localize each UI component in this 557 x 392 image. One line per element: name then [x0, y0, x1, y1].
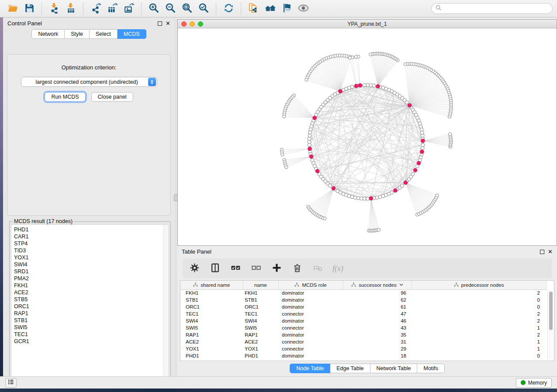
network-graph[interactable]: [178, 28, 557, 245]
mcds-result-item[interactable]: TID3: [14, 247, 163, 254]
cell-predecessor-nodes: 2: [412, 331, 546, 338]
zoom-out-icon: [165, 3, 176, 15]
mcds-result-item[interactable]: STB1: [14, 317, 163, 324]
table-scrollbar[interactable]: [547, 290, 553, 360]
result-list-scrollbar[interactable]: [163, 225, 169, 381]
settings-gear-button[interactable]: [189, 263, 200, 274]
mcds-result-item[interactable]: SRD1: [14, 268, 163, 275]
cell-shared-name: RAP1: [180, 331, 243, 338]
cell-name: RAP1: [243, 331, 278, 338]
new-network-from-selection-button[interactable]: [245, 2, 262, 16]
table-row[interactable]: PHD1PHD1dominator180: [180, 352, 546, 359]
float-window-icon[interactable]: [540, 250, 544, 254]
add-column-button[interactable]: [271, 263, 282, 274]
column-header-shared-name[interactable]: shared name: [180, 281, 243, 289]
scrollbar-thumb[interactable]: [549, 292, 553, 330]
mcds-result-item[interactable]: SWI5: [14, 324, 163, 331]
export-table-button[interactable]: [104, 2, 121, 16]
zoom-in-button[interactable]: [145, 2, 162, 16]
table-row[interactable]: ORC1ORC1dominator610: [180, 303, 546, 310]
select-all-icon: [231, 263, 240, 274]
network-canvas[interactable]: [178, 28, 557, 245]
column-header-name[interactable]: name: [243, 281, 278, 289]
table-row[interactable]: TEC1TEC1connector472: [180, 310, 546, 317]
tab-style[interactable]: Style: [65, 29, 90, 39]
mcds-result-item[interactable]: RAP1: [14, 310, 163, 317]
mcds-result-item[interactable]: STP4: [14, 240, 163, 247]
close-panel-button[interactable]: Close panel: [91, 92, 133, 102]
zoom-fit-button[interactable]: [179, 2, 195, 16]
cell-successor-nodes: 96: [343, 289, 412, 296]
table-row[interactable]: YOX1YOX1connector291: [180, 345, 546, 352]
cell-successor-nodes: 43: [343, 324, 412, 331]
select-all-button[interactable]: [230, 263, 241, 274]
mcds-result-item[interactable]: PMA2: [14, 275, 163, 282]
network-window-titlebar[interactable]: YPA_prune.txt_1: [178, 20, 557, 28]
zoom-selected-button[interactable]: [195, 2, 212, 16]
column-layout-button[interactable]: [209, 263, 221, 274]
zoom-selected-icon: [198, 3, 209, 15]
cell-predecessor-nodes: 2: [412, 310, 546, 317]
mcds-panel: Optimization criterion: largest connecte…: [7, 54, 171, 216]
mcds-result-item[interactable]: YOX1: [14, 254, 163, 261]
table-row[interactable]: SWI5SWI5connector431: [180, 324, 546, 331]
tab-network-table[interactable]: Network Table: [370, 364, 418, 373]
first-neighbors-button[interactable]: [262, 2, 278, 16]
mcds-result-item[interactable]: SWI4: [14, 261, 163, 268]
mcds-result-list[interactable]: PHD1CAR1STP4TID3YOX1SWI4SRD1PMA2FKH1ACE2…: [11, 224, 169, 382]
column-header-successor-nodes[interactable]: successor nodes: [343, 281, 412, 289]
clear-selection-button[interactable]: [250, 263, 262, 274]
mcds-result-item[interactable]: CAR1: [14, 233, 163, 240]
mcds-result-item[interactable]: ORC1: [14, 303, 163, 310]
cell-successor-nodes: 62: [343, 296, 412, 303]
show-graphics-details-button[interactable]: [295, 2, 311, 16]
sort-desc-icon[interactable]: [399, 283, 403, 286]
mcds-result-item[interactable]: PHD1: [14, 226, 163, 233]
application-window: Control Panel ✕ NetworkStyleSelectMCDS O…: [0, 0, 557, 392]
optimization-criterion-label: Optimization criterion:: [7, 64, 170, 71]
hide-flagged-button[interactable]: [278, 2, 295, 16]
criterion-dropdown[interactable]: largest connected component (undirected): [21, 77, 157, 87]
tab-edge-table[interactable]: Edge Table: [330, 364, 370, 373]
tab-select[interactable]: Select: [90, 29, 118, 39]
import-network-button[interactable]: [46, 2, 62, 16]
column-header-predecessor-nodes[interactable]: predecessor nodes: [412, 281, 546, 289]
table-row[interactable]: FKH1FKH1dominator962: [180, 289, 546, 296]
search-input[interactable]: [444, 6, 548, 12]
table-row[interactable]: RAP1RAP1dominator352: [180, 331, 546, 338]
save-session-button[interactable]: [21, 2, 38, 16]
zoom-out-button[interactable]: [162, 2, 179, 16]
apply-layout-button[interactable]: [220, 2, 237, 16]
tab-node-table[interactable]: Node Table: [290, 364, 330, 373]
float-window-icon[interactable]: [158, 21, 162, 26]
search-field[interactable]: [431, 3, 553, 14]
cell-MCDS-role: connector: [278, 324, 343, 331]
task-history-button[interactable]: [5, 378, 17, 388]
mcds-result-item[interactable]: ACE2: [14, 289, 163, 296]
mcds-result-item[interactable]: STB5: [14, 296, 163, 303]
control-panel-title: Control Panel: [7, 20, 42, 27]
tab-mcds[interactable]: MCDS: [118, 29, 146, 39]
mcds-result-item[interactable]: GCR1: [14, 338, 163, 345]
table-row[interactable]: STB1STB1dominator620: [180, 296, 546, 303]
import-table-icon: [66, 3, 76, 15]
mcds-result-item[interactable]: TEC1: [14, 331, 163, 338]
cell-name: STB1: [243, 296, 278, 303]
run-mcds-button[interactable]: Run MCDS: [45, 92, 85, 102]
table-row[interactable]: ACE2ACE2connector311: [180, 338, 546, 345]
delete-column-button[interactable]: [291, 263, 303, 274]
mcds-result-item[interactable]: FKH1: [14, 282, 163, 289]
column-header-MCDS-role[interactable]: MCDS role: [278, 281, 343, 289]
close-panel-icon[interactable]: ✕: [166, 21, 170, 26]
hierarchy-icon: [193, 282, 198, 287]
tab-network[interactable]: Network: [31, 29, 65, 39]
table-row[interactable]: SWI4SWI4dominator462: [180, 317, 546, 324]
table-panel-title: Table Panel: [182, 248, 211, 255]
export-network-button[interactable]: [87, 2, 104, 16]
close-panel-icon[interactable]: ✕: [548, 250, 553, 254]
memory-button[interactable]: Memory: [516, 378, 552, 388]
tab-motifs[interactable]: Motifs: [417, 364, 444, 373]
import-table-button[interactable]: [62, 2, 79, 16]
open-file-button[interactable]: [4, 2, 21, 16]
export-image-button[interactable]: [121, 2, 137, 16]
